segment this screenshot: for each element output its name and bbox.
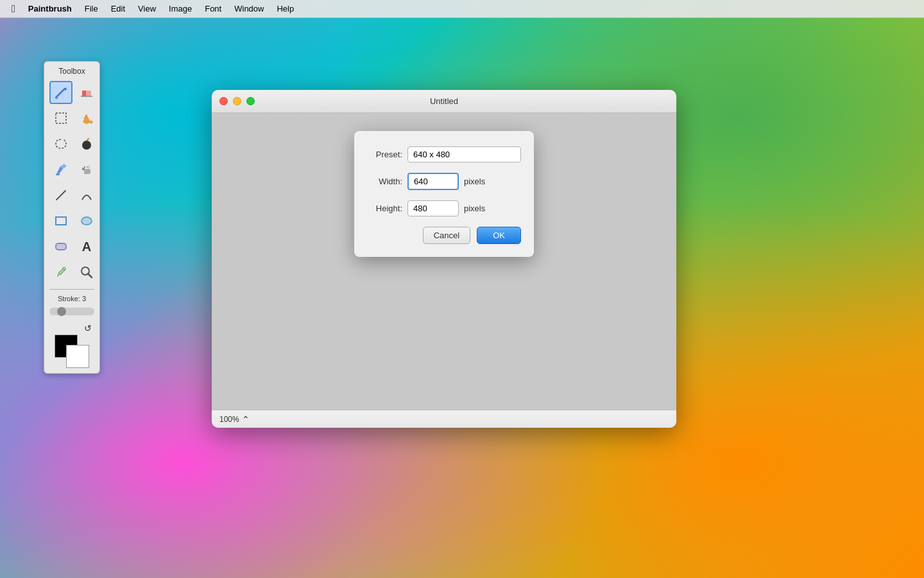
menubar-edit[interactable]: Edit xyxy=(105,3,132,15)
cancel-button[interactable]: Cancel xyxy=(423,227,470,244)
svg-rect-2 xyxy=(55,97,58,99)
toolbox-title: Toolbox xyxy=(49,67,94,76)
tool-rect[interactable] xyxy=(49,209,73,232)
svg-rect-4 xyxy=(82,91,86,96)
svg-point-18 xyxy=(88,167,89,168)
width-label: Width: xyxy=(367,177,402,186)
toolbox-grid: A xyxy=(49,81,94,284)
height-label: Height: xyxy=(367,204,402,213)
tool-eraser[interactable] xyxy=(75,81,98,104)
window-close-button[interactable] xyxy=(219,97,228,105)
zoom-label: 100% xyxy=(219,415,239,424)
svg-point-9 xyxy=(82,141,91,150)
svg-point-16 xyxy=(87,166,88,168)
stroke-slider[interactable] xyxy=(49,308,94,315)
svg-line-0 xyxy=(56,89,65,98)
tool-rounded-rect[interactable] xyxy=(49,235,73,258)
width-input[interactable] xyxy=(407,173,459,190)
menubar-view[interactable]: View xyxy=(132,3,162,15)
stroke-label: Stroke: 3 xyxy=(49,295,94,302)
main-window: Untitled Preset: 640 x 480 800 x 600 102… xyxy=(212,90,676,428)
svg-line-25 xyxy=(88,274,92,277)
svg-rect-20 xyxy=(56,217,66,225)
tool-lasso[interactable] xyxy=(49,132,73,155)
window-maximize-button[interactable] xyxy=(246,97,255,105)
menubar:  Paintbrush File Edit View Image Font W… xyxy=(0,0,924,18)
width-unit: pixels xyxy=(464,177,485,186)
tool-ellipse[interactable] xyxy=(75,209,98,232)
menubar-image[interactable]: Image xyxy=(162,3,198,15)
svg-point-17 xyxy=(89,166,90,167)
tool-curve[interactable] xyxy=(75,184,98,207)
svg-point-23 xyxy=(63,267,65,270)
tool-select-rect[interactable] xyxy=(49,107,73,130)
ok-button[interactable]: OK xyxy=(477,227,521,244)
svg-line-19 xyxy=(56,191,65,200)
svg-rect-22 xyxy=(56,243,66,250)
menubar-help[interactable]: Help xyxy=(270,3,300,15)
svg-rect-6 xyxy=(56,113,66,123)
tool-spray[interactable] xyxy=(75,158,98,181)
tool-line[interactable] xyxy=(49,184,73,207)
new-image-dialog: Preset: 640 x 480 800 x 600 1024 x 768 1… xyxy=(354,131,534,257)
window-titlebar: Untitled xyxy=(212,90,676,113)
svg-rect-14 xyxy=(82,168,85,170)
svg-rect-13 xyxy=(84,169,90,174)
preset-row: Preset: 640 x 480 800 x 600 1024 x 768 1… xyxy=(367,146,521,162)
tool-text[interactable]: A xyxy=(75,235,98,258)
color-section: ↺ xyxy=(49,323,94,368)
apple-menu[interactable]:  xyxy=(5,3,22,15)
menubar-app-name[interactable]: Paintbrush xyxy=(22,3,78,15)
background-color-swatch[interactable] xyxy=(66,345,89,368)
height-input[interactable] xyxy=(407,200,459,216)
tool-paint-bucket[interactable] xyxy=(49,158,73,181)
preset-label: Preset: xyxy=(367,150,402,159)
tool-magnifier[interactable] xyxy=(75,261,98,284)
color-swap-button[interactable]: ↺ xyxy=(84,323,92,333)
dialog-buttons: Cancel OK xyxy=(367,227,521,244)
window-footer: 100% ⌃ xyxy=(212,410,676,428)
window-title: Untitled xyxy=(430,96,458,106)
tool-eyedropper[interactable] xyxy=(49,261,73,284)
preset-select-wrapper: 640 x 480 800 x 600 1024 x 768 1280 x 72… xyxy=(407,146,521,162)
tool-pencil[interactable] xyxy=(49,81,73,104)
tool-fill[interactable] xyxy=(75,107,98,130)
height-unit: pixels xyxy=(464,204,485,213)
tool-bomb[interactable] xyxy=(75,132,98,155)
svg-point-21 xyxy=(81,217,92,225)
menubar-window[interactable]: Window xyxy=(228,3,270,15)
toolbox-panel: Toolbox xyxy=(44,61,100,374)
zoom-stepper[interactable]: ⌃ xyxy=(242,414,250,425)
window-content: Preset: 640 x 480 800 x 600 1024 x 768 1… xyxy=(212,113,676,410)
window-controls xyxy=(219,97,255,105)
height-row: Height: pixels xyxy=(367,200,521,216)
menubar-file[interactable]: File xyxy=(78,3,105,15)
preset-select[interactable]: 640 x 480 800 x 600 1024 x 768 1280 x 72… xyxy=(407,146,521,162)
menubar-font[interactable]: Font xyxy=(198,3,228,15)
svg-point-11 xyxy=(88,138,90,140)
window-minimize-button[interactable] xyxy=(233,97,241,105)
svg-point-8 xyxy=(90,121,93,124)
svg-marker-1 xyxy=(65,87,67,91)
width-row: Width: pixels xyxy=(367,173,521,190)
stroke-section: Stroke: 3 xyxy=(49,289,94,318)
